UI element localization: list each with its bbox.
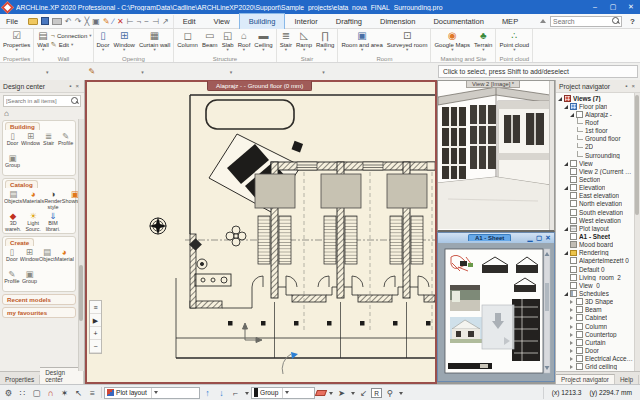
style-pen-icon[interactable]: ✎: [89, 67, 96, 76]
toolbar-caret-icon[interactable]: ▾: [46, 69, 49, 75]
dc-item-profile[interactable]: ✎Profile: [57, 131, 74, 152]
design-center-search[interactable]: [3, 95, 81, 107]
slab-button[interactable]: ◱ Slab▾: [220, 30, 236, 52]
menu-building[interactable]: Building: [239, 13, 286, 29]
point-cloud-button[interactable]: ∴ Point cloud▾: [497, 30, 531, 52]
view-3d-tab[interactable]: View 2 [Image] *: [466, 81, 520, 88]
my-favourites-bar[interactable]: my favourites: [2, 307, 76, 318]
floor-plan-canvas[interactable]: Alaprajz - - Ground floor (0 mm): [85, 80, 437, 384]
combo-caret-icon[interactable]: [282, 388, 291, 398]
dc-create-window[interactable]: ⊞Window: [20, 247, 39, 268]
dc-create-profile[interactable]: ✎Profile: [4, 269, 20, 290]
dc-item-door[interactable]: ▯Door: [4, 131, 21, 152]
tree-item-3d-shape[interactable]: 3D Shape: [556, 298, 634, 306]
tree-item-schedules[interactable]: Schedules: [556, 289, 634, 297]
search-box[interactable]: [550, 16, 622, 27]
terrain-button[interactable]: ♣ Terrain▾: [472, 30, 494, 52]
navigate-arrow-icon[interactable]: ➤: [335, 386, 348, 400]
dc-item-render-style[interactable]: ◑Render style: [44, 189, 62, 210]
menu-mep[interactable]: MEP: [493, 14, 527, 29]
layer-list-icon[interactable]: ≡: [90, 301, 101, 314]
sheet-restore-icon[interactable]: ▢: [535, 234, 543, 242]
tree-item-roof[interactable]: Roof: [556, 118, 634, 126]
dc-item-bim-libraries[interactable]: ⇓BIM librari.: [44, 211, 62, 232]
dc-item-materials[interactable]: ◕Materials: [22, 189, 44, 210]
wall-button[interactable]: ▤ Wall ▾: [35, 30, 50, 52]
tree-item-render-default[interactable]: Default 0: [556, 265, 634, 273]
tree-item-door[interactable]: Door: [556, 346, 634, 354]
tree-item-south-elevation[interactable]: South elevation: [556, 208, 634, 216]
copy-icon[interactable]: ▣: [92, 15, 100, 28]
sheet-tab[interactable]: A1 - Sheet: [468, 234, 511, 241]
stair-button[interactable]: ≣ Stair▾: [278, 30, 294, 52]
edit-button[interactable]: ✎ Edit▾: [51, 41, 92, 49]
cut-icon[interactable]: ╳: [85, 15, 90, 28]
surveyed-room-button[interactable]: ⊡ Surveyed room▾: [385, 30, 430, 52]
plot-layout-combo[interactable]: Plot layout: [104, 387, 200, 399]
tree-item-electrical-accessory[interactable]: Electrical Accessory: [556, 355, 634, 363]
dim-tool-icon[interactable]: ⊣: [152, 15, 159, 28]
tab-properties[interactable]: Properties: [0, 375, 40, 384]
item-list-icon[interactable]: ≡: [86, 386, 99, 400]
design-center-search-input[interactable]: [4, 98, 71, 104]
save-icon[interactable]: [41, 17, 49, 25]
project-tree-scrollbar[interactable]: [634, 93, 640, 371]
toolbar-caret-icon[interactable]: ▾: [230, 69, 233, 75]
delete-icon[interactable]: ✕: [117, 15, 124, 28]
dc-item-stair[interactable]: ≣Stair: [40, 131, 57, 152]
help-button[interactable]: ?: [625, 17, 640, 26]
dc-item-group[interactable]: ▣Group: [4, 153, 21, 174]
properties-button[interactable]: ☑ Properties ▾: [1, 30, 32, 52]
tree-item-a1-sheet[interactable]: A1 - Sheet: [556, 232, 634, 240]
dropdown-caret-icon[interactable]: [397, 388, 404, 397]
dropdown-caret-icon[interactable]: [327, 388, 334, 397]
room-and-area-button[interactable]: ▣ Room and area▾: [339, 30, 384, 52]
dropdown-caret-icon[interactable]: [243, 388, 250, 397]
minimize-button[interactable]: –: [586, 0, 604, 14]
tree-item-views[interactable]: Views (7): [556, 94, 634, 102]
view-3d-window[interactable]: View 2 [Image] *: [437, 80, 555, 232]
menu-dimension[interactable]: Dimension: [371, 14, 424, 29]
floor-plan-drawing[interactable]: [87, 82, 435, 382]
railing-button[interactable]: ∏ Railing▾: [314, 30, 336, 52]
dc-create-door[interactable]: ▯Door: [4, 247, 20, 268]
column-button[interactable]: ◻ Column: [175, 30, 200, 48]
settings-gear-icon[interactable]: ⚙: [2, 386, 15, 400]
door-button[interactable]: ▯ Door▾: [95, 30, 112, 52]
dim-tool-icon[interactable]: ⊢: [127, 15, 134, 28]
tree-item-east-elevation[interactable]: East elevation: [556, 192, 634, 200]
tree-item-1st-floor[interactable]: 1st floor: [556, 127, 634, 135]
tree-item-beam[interactable]: Beam: [556, 306, 634, 314]
tree-item-countertop[interactable]: Countertop: [556, 330, 634, 338]
tree-item-north-elevation[interactable]: North elevation: [556, 200, 634, 208]
combo-caret-icon[interactable]: [151, 388, 160, 398]
menu-drafting[interactable]: Drafting: [327, 14, 371, 29]
dc-item-3d-warehouse[interactable]: ◆3D wareh.: [4, 211, 22, 232]
redo-icon[interactable]: ↷: [75, 15, 82, 28]
close-panel-icon[interactable]: ×: [629, 83, 637, 89]
tree-item-west-elevation[interactable]: West elevation: [556, 216, 634, 224]
tree-item-ground-floor[interactable]: Ground floor: [556, 135, 634, 143]
tree-item-mood-board[interactable]: Mood board: [556, 241, 634, 249]
ceiling-button[interactable]: ▬ Ceiling▾: [252, 30, 274, 52]
tree-item-floor-plan[interactable]: Floor plan: [556, 102, 634, 110]
recent-models-bar[interactable]: Recent models: [2, 294, 76, 305]
marquee-select-icon[interactable]: ▢: [30, 386, 43, 400]
tab-help[interactable]: Help: [615, 375, 639, 384]
play-icon[interactable]: ▶: [90, 314, 101, 327]
tree-item-section[interactable]: Section: [556, 175, 634, 183]
tree-item-2d[interactable]: 2D: [556, 143, 634, 151]
trace-rays-icon[interactable]: ✶: [58, 386, 71, 400]
floor-up-icon[interactable]: ↑: [201, 388, 214, 398]
pen-icon[interactable]: ∕: [113, 15, 114, 28]
design-center-scrollbar[interactable]: [78, 119, 84, 371]
home-icon[interactable]: ⌂: [4, 109, 9, 118]
curtain-wall-button[interactable]: ▦ Curtain wall▾: [137, 30, 172, 52]
view-3d-scrollbar[interactable]: [549, 81, 554, 230]
close-button[interactable]: ✕: [622, 0, 640, 14]
tree-item-view[interactable]: View: [556, 159, 634, 167]
sheet-window[interactable]: A1 - Sheet ▁ ▢ ✕: [437, 232, 555, 382]
undo-icon[interactable]: ↶: [65, 15, 72, 28]
window-button[interactable]: ⊞ Window▾: [112, 30, 137, 52]
rotate-r-button[interactable]: R: [371, 388, 382, 398]
